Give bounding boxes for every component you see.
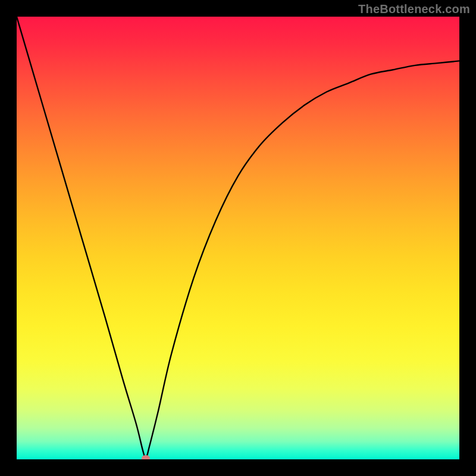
plot-area — [17, 17, 459, 459]
curve-svg — [17, 17, 459, 459]
chart-frame: TheBottleneck.com — [0, 0, 476, 476]
watermark-text: TheBottleneck.com — [358, 2, 470, 16]
curve-path — [17, 17, 459, 458]
minimum-marker — [142, 455, 150, 459]
